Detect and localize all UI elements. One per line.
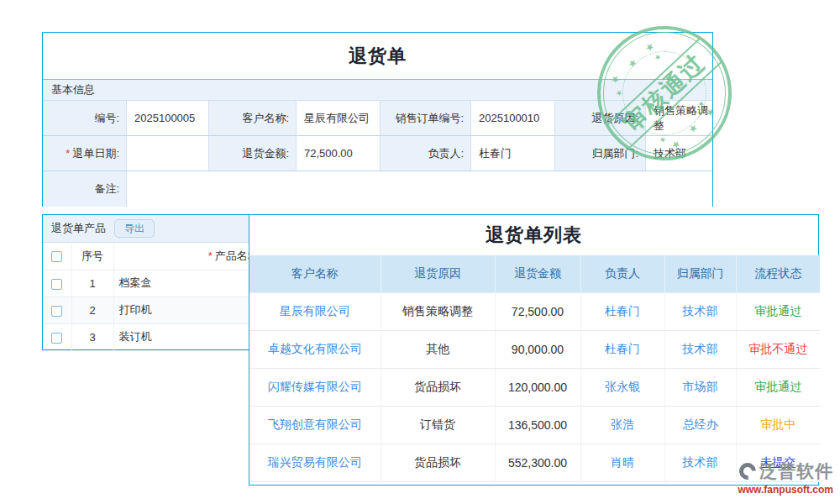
department-cell[interactable]: 技术部 — [664, 444, 736, 481]
owner-cell[interactable]: 杜春门 — [580, 330, 664, 368]
return-order-list-table: 客户名称 退货原因 退货金额 负责人 归属部门 流程状态 星辰有限公司 销售策略… — [249, 255, 820, 482]
label-customer: 客户名称: — [209, 101, 297, 136]
owner-field[interactable]: 杜春门 — [471, 136, 555, 171]
label-return-date: * 退单日期: — [43, 136, 127, 171]
amount-cell: 72,500.00 — [495, 292, 580, 330]
list-row: 飞翔创意有限公司 订错货 136,500.00 张浩 总经办 审批中 — [249, 406, 820, 444]
amount-cell: 552,300.00 — [495, 444, 580, 481]
status-badge: 审批中 — [736, 406, 820, 444]
reason-cell: 货品损坏 — [381, 444, 495, 481]
col-header-amount: 退货金额 — [495, 255, 580, 292]
status-badge: 审批通过 — [736, 368, 820, 406]
owner-cell[interactable]: 肖晴 — [580, 444, 664, 481]
return-date-label-text: 退单日期: — [72, 146, 119, 161]
row-check-cell — [43, 297, 71, 323]
label-remark: 备注: — [43, 171, 127, 207]
fanpu-logo-icon — [736, 459, 759, 483]
form-row-1: 编号: 2025100005 客户名称: 星辰有限公司 销售订单编号: 2025… — [43, 101, 712, 136]
remark-field[interactable] — [127, 171, 712, 207]
status-badge: 审批不通过 — [736, 330, 820, 368]
product-no: 3 — [71, 323, 113, 350]
list-title: 退货单列表 — [249, 215, 818, 255]
list-row: 星辰有限公司 销售策略调整 72,500.00 杜春门 技术部 审批通过 — [249, 292, 820, 330]
return-amount-field[interactable]: 72,500.00 — [297, 136, 381, 171]
product-no: 2 — [71, 297, 113, 323]
label-return-amount: 退货金额: — [209, 136, 297, 171]
return-date-field[interactable] — [127, 136, 209, 171]
label-owner: 负责人: — [381, 136, 471, 171]
customer-link[interactable]: 星辰有限公司 — [249, 292, 381, 330]
list-header-row: 客户名称 退货原因 退货金额 负责人 归属部门 流程状态 — [249, 255, 820, 292]
status-badge: 审批通过 — [736, 292, 820, 330]
label-number: 编号: — [43, 101, 127, 136]
select-all-cell — [43, 243, 71, 270]
return-reason-field[interactable]: 销售策略调整 — [646, 101, 712, 136]
brand-url: www.fanpusoft.com — [738, 484, 833, 496]
section-basic-info: 基本信息 — [43, 79, 712, 101]
customer-link[interactable]: 闪耀传媒有限公司 — [249, 368, 381, 406]
col-header-reason: 退货原因 — [381, 255, 495, 292]
owner-cell[interactable]: 张浩 — [580, 406, 664, 444]
reason-cell: 订错货 — [381, 406, 495, 444]
number-field[interactable]: 2025100005 — [127, 101, 209, 136]
list-row: 瑞兴贸易有限公司 货品损坏 552,300.00 肖晴 技术部 未提交 — [249, 444, 820, 481]
form-title: 退货单 — [43, 33, 712, 79]
department-cell[interactable]: 技术部 — [664, 330, 736, 368]
amount-cell: 90,000.00 — [495, 330, 580, 368]
department-field[interactable]: 技术部 — [646, 136, 712, 171]
form-grid: 编号: 2025100005 客户名称: 星辰有限公司 销售订单编号: 2025… — [43, 101, 712, 207]
products-title: 退货单产品 — [51, 221, 106, 236]
row-check-cell — [43, 270, 71, 297]
customer-link[interactable]: 飞翔创意有限公司 — [249, 406, 381, 444]
customer-field[interactable]: 星辰有限公司 — [297, 101, 381, 136]
list-row: 卓越文化有限公司 其他 90,000.00 杜春门 技术部 审批不通过 — [249, 330, 820, 368]
department-cell[interactable]: 总经办 — [664, 406, 736, 444]
owner-cell[interactable]: 杜春门 — [580, 292, 664, 330]
reason-cell: 销售策略调整 — [381, 292, 495, 330]
row-checkbox[interactable] — [51, 279, 62, 290]
amount-cell: 120,000.00 — [495, 368, 580, 406]
required-asterisk: * — [66, 147, 70, 160]
form-row-2: * 退单日期: 退货金额: 72,500.00 负责人: 杜春门 归属部门: 技… — [43, 136, 712, 171]
row-check-cell — [43, 323, 71, 350]
export-button[interactable]: 导出 — [114, 219, 155, 238]
brand-name: 泛普软件 — [759, 459, 833, 483]
owner-cell[interactable]: 张永银 — [580, 368, 664, 406]
sales-order-number-field[interactable]: 2025100010 — [471, 101, 555, 136]
col-header-no: 序号 — [71, 243, 113, 270]
customer-link[interactable]: 瑞兴贸易有限公司 — [249, 444, 381, 481]
form-row-3: 备注: — [43, 171, 712, 207]
row-checkbox[interactable] — [51, 306, 62, 317]
list-row: 闪耀传媒有限公司 货品损坏 120,000.00 张永银 市场部 审批通过 — [249, 368, 820, 406]
return-order-list-panel: 退货单列表 客户名称 退货原因 退货金额 负责人 归属部门 流程状态 星辰有限公… — [249, 214, 819, 486]
brand-watermark: 泛普软件 www.fanpusoft.com — [738, 459, 833, 496]
col-header-customer: 客户名称 — [249, 255, 381, 292]
col-header-owner: 负责人 — [580, 255, 664, 292]
department-cell[interactable]: 技术部 — [664, 292, 736, 330]
return-order-form-panel: 退货单 基本信息 编号: 2025100005 客户名称: 星辰有限公司 销售订… — [42, 32, 713, 207]
label-department: 归属部门: — [555, 136, 646, 171]
col-header-department: 归属部门 — [664, 255, 736, 292]
label-return-reason: 退货原因: — [555, 101, 646, 136]
required-asterisk: * — [208, 249, 213, 262]
customer-link[interactable]: 卓越文化有限公司 — [249, 330, 381, 368]
amount-cell: 136,500.00 — [495, 406, 580, 444]
label-sales-order-number: 销售订单编号: — [381, 101, 471, 136]
select-all-checkbox[interactable] — [51, 251, 62, 262]
col-header-status: 流程状态 — [736, 255, 820, 292]
reason-cell: 其他 — [381, 330, 495, 368]
page: { "colors": { "panel_border": "#00a8dc",… — [0, 0, 840, 504]
row-checkbox[interactable] — [51, 333, 62, 344]
reason-cell: 货品损坏 — [381, 368, 495, 406]
product-no: 1 — [71, 270, 113, 297]
brand-row: 泛普软件 — [738, 459, 833, 483]
department-cell[interactable]: 市场部 — [664, 368, 736, 406]
